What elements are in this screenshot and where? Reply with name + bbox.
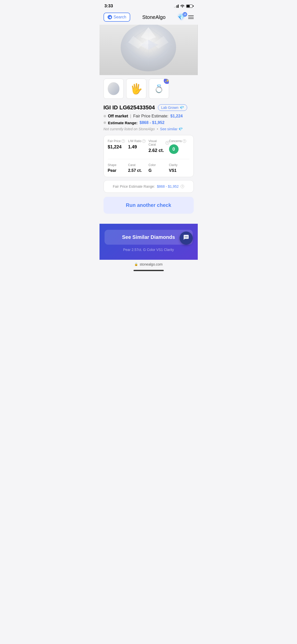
home-bar: [134, 270, 164, 271]
fair-price-stat-label: Fair Price: [108, 139, 121, 143]
shape-value: Pear: [108, 168, 128, 173]
stats-divider: [108, 159, 189, 159]
stat-concerns: Concerns ? 0: [169, 139, 189, 154]
search-button[interactable]: ◀ Search: [104, 13, 130, 22]
sparkle-badge: ✨: [164, 79, 169, 84]
shape-label: Shape: [108, 163, 117, 167]
domain-text: stonealgo.com: [140, 262, 162, 266]
stat-carat: Carat 2.57 ct.: [128, 163, 149, 173]
clarity-label: Clarity: [169, 163, 178, 167]
stat-clarity: Clarity VS1: [169, 163, 189, 173]
lab-grown-badge: Lab Grown 💎: [158, 104, 187, 111]
stat-visual-carat: Visual Carat ? 2.62 ct.: [149, 139, 169, 154]
see-similar-diamond-icon: 💎: [178, 127, 183, 131]
concerns-value: 0: [169, 144, 179, 154]
app-title: StoneAlgo: [142, 14, 166, 20]
fair-price-estimate-label: Fair Price Estimate:: [133, 114, 169, 118]
wifi-icon: [180, 4, 185, 8]
not-listed-row: Not currently listed on StoneAlgo • See …: [104, 127, 194, 131]
hamburger-line-1: [188, 15, 194, 16]
fair-price-stat-value: $1,224: [108, 144, 128, 150]
off-market-label: Off market: [108, 114, 128, 118]
stats-bottom-grid: Shape Pear Carat 2.57 ct. Color G Clarit…: [108, 163, 189, 173]
search-back-icon: ◀: [108, 15, 112, 19]
concerns-help-icon[interactable]: ?: [183, 139, 186, 143]
price-range-card: Fair Price Estimate Range: $868 - $1,952…: [104, 180, 194, 193]
lock-icon: 🔒: [134, 263, 138, 266]
see-similar-button[interactable]: See Similar Diamonds: [105, 230, 193, 245]
menu-button[interactable]: [188, 15, 194, 19]
lab-grown-diamond-icon: 💎: [180, 106, 184, 110]
home-indicator: [100, 268, 198, 274]
status-time: 3:33: [105, 4, 113, 9]
svg-point-17: [187, 237, 187, 237]
stat-color: Color G: [149, 163, 169, 173]
thumbnail-3[interactable]: 💍 ✨: [149, 79, 169, 99]
price-range-card-value: $868 - $1,952: [157, 184, 179, 188]
not-listed-text: Not currently listed on StoneAlgo: [104, 127, 155, 131]
product-content: IGI ID LG625433504 Lab Grown 💎 Off marke…: [100, 102, 198, 224]
price-range-card-label: Fair Price Estimate Range:: [113, 184, 155, 188]
ring-emoji-icon: 💍: [154, 84, 164, 93]
hamburger-line-2: [188, 17, 194, 17]
carat-label: Carat: [128, 163, 136, 167]
stat-shape: Shape Pear: [108, 163, 128, 173]
fair-price-help-icon[interactable]: ?: [121, 139, 125, 143]
fair-price-value: $1,224: [170, 114, 183, 118]
hamburger-line-3: [188, 18, 194, 19]
visual-carat-help-icon[interactable]: ?: [166, 141, 169, 145]
status-icons: [174, 4, 193, 8]
chat-button[interactable]: [180, 232, 193, 245]
diamond-hero-image: [100, 25, 198, 75]
notifications-button[interactable]: 💎 10: [178, 14, 185, 21]
estimate-range-row: Estimate Range: $868 - $1,952: [104, 120, 194, 125]
run-check-button[interactable]: Run another check: [104, 197, 194, 214]
lab-grown-label: Lab Grown: [161, 106, 178, 110]
chat-icon: [183, 234, 189, 242]
status-dot: [104, 115, 106, 117]
svg-point-16: [186, 237, 186, 237]
lw-ratio-help-icon[interactable]: ?: [142, 139, 146, 143]
estimate-range-label: Estimate Range:: [108, 121, 138, 125]
signal-icon: [174, 5, 179, 8]
lw-ratio-value: 1.49: [128, 144, 149, 150]
nav-right: 💎 10: [178, 14, 194, 21]
see-similar-inline-link[interactable]: See similar 💎: [160, 127, 183, 131]
svg-point-15: [185, 237, 185, 237]
battery-icon: [186, 5, 193, 8]
thumbnail-1[interactable]: [104, 79, 124, 99]
color-label: Color: [149, 163, 156, 167]
nav-bar: ◀ Search StoneAlgo 💎 10: [100, 11, 198, 25]
browser-bar: 🔒 stonealgo.com: [100, 260, 198, 268]
banner-subtitle: Pear 2.57ct. G Color VS1 Clarity: [105, 248, 193, 252]
igi-id: IGI ID LG625433504: [104, 104, 155, 111]
stats-card: Fair Price ? $1,224 L/W Ratio ? 1.49 Vis…: [104, 135, 194, 177]
thumbnail-2[interactable]: 🖐: [126, 79, 146, 99]
stat-fair-price: Fair Price ? $1,224: [108, 139, 128, 154]
color-value: G: [149, 168, 169, 173]
stats-top-grid: Fair Price ? $1,224 L/W Ratio ? 1.49 Vis…: [108, 139, 189, 154]
off-market-row: Off market | Fair Price Estimate: $1,224: [104, 114, 194, 118]
clarity-value: VS1: [169, 168, 189, 173]
thumbnail-row: 🖐 💍 ✨: [100, 75, 198, 102]
estimate-range-value: $868 - $1,952: [140, 120, 164, 125]
id-row: IGI ID LG625433504 Lab Grown 💎: [104, 104, 194, 111]
hand-emoji-icon: 🖐: [130, 83, 143, 95]
lw-ratio-label: L/W Ratio: [128, 139, 142, 143]
visual-carat-value: 2.62 ct.: [149, 148, 169, 153]
stat-lw-ratio: L/W Ratio ? 1.49: [128, 139, 149, 154]
carat-value: 2.57 ct.: [128, 168, 149, 173]
search-button-label: Search: [114, 15, 126, 19]
status-bar: 3:33: [100, 0, 198, 11]
visual-carat-label: Visual Carat: [149, 139, 165, 146]
notification-badge: 10: [183, 12, 187, 17]
estimate-dot: [104, 121, 106, 124]
bottom-banner: See Similar Diamonds Pear 2.57ct. G Colo…: [100, 224, 198, 260]
concerns-label: Concerns: [169, 139, 182, 143]
price-range-help-icon[interactable]: ?: [181, 185, 184, 188]
